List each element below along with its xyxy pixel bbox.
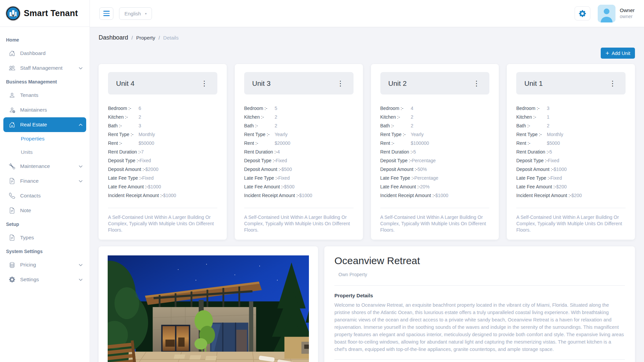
person-icon (9, 92, 15, 98)
sidebar-item-maintainers[interactable]: Maintainers (3, 103, 86, 117)
field-row: Late Fee Amount :-$1000 (108, 182, 217, 191)
field-value: 50% (418, 165, 427, 174)
gear-icon (9, 277, 15, 283)
gear-icon (579, 10, 586, 17)
field-row: Bath :-2 (380, 121, 490, 130)
avatar[interactable] (598, 5, 615, 22)
property-photo-card (99, 246, 318, 362)
sidebar-item-types[interactable]: Types (3, 230, 86, 245)
field-label: Bedroom :- (516, 104, 547, 113)
divider (108, 208, 217, 208)
field-label: Late Fee Amount :- (244, 182, 284, 191)
field-row: Deposit Type :-Fixed (516, 156, 626, 165)
breadcrumb-property[interactable]: Property (136, 35, 155, 41)
field-row: Rent Duration :-7 (108, 147, 217, 156)
sidebar-item-dashboard[interactable]: Dashboard (3, 46, 86, 61)
sidebar-item-tenants[interactable]: Tenants (3, 88, 86, 103)
field-label: Bath :- (380, 121, 411, 130)
property-detail-card: Oceanview Retreat Own Property Property … (324, 246, 635, 362)
field-row: Incident Receipt Amount :-$200 (516, 191, 626, 200)
content: Dashboard / Property / Details + Add Uni… (90, 27, 644, 362)
field-row: Rent :-$100000 (380, 139, 490, 147)
nav-section-setup: Setup (0, 218, 90, 230)
field-row: Rent Type :-Monthly (108, 130, 217, 139)
people-icon (9, 65, 15, 71)
field-row: Incident Receipt Amount :-$1000 (380, 191, 490, 200)
field-row: Late Fee Type :-Fixed (244, 174, 354, 182)
divider (380, 208, 490, 208)
field-label: Rent Duration :- (380, 147, 414, 156)
main-area: English ▾ Owner owner (90, 0, 644, 362)
kebab-menu-icon[interactable]: ⋮ (472, 79, 481, 87)
field-label: Rent Duration :- (244, 147, 277, 156)
field-label: Late Fee Amount :- (108, 182, 148, 191)
field-value: $500 (281, 165, 292, 174)
nav-section-business: Business Management (0, 75, 90, 88)
field-value: 20% (420, 182, 430, 191)
field-row: Rent :-$20000 (244, 139, 354, 147)
field-label: Incident Receipt Amount :- (380, 191, 435, 200)
field-row: Rent :-$50000 (108, 139, 217, 147)
hamburger-menu-button[interactable] (99, 7, 113, 20)
unit-card: Unit 3 ⋮ Bedroom :-5 Kitchen :-2 Bath :-… (235, 64, 363, 240)
sidebar-subitem-units[interactable]: Units (0, 145, 90, 159)
field-value: Monthly (139, 130, 155, 139)
kebab-menu-icon[interactable]: ⋮ (336, 79, 345, 87)
unit-card-header: Unit 3 ⋮ (244, 72, 354, 95)
kebab-menu-icon[interactable]: ⋮ (608, 79, 618, 87)
add-unit-button[interactable]: + Add Unit (601, 48, 635, 59)
unit-title: Unit 4 (116, 79, 135, 87)
field-row: Rent :-$5000 (516, 139, 626, 147)
avatar-person-icon (598, 5, 615, 22)
sidebar-item-maintenance[interactable]: Maintenance (3, 159, 86, 174)
sidebar-item-note[interactable]: Note (3, 203, 86, 218)
field-label: Deposit Type :- (380, 156, 412, 165)
field-value: $1000 (299, 191, 312, 200)
field-row: Rent Type :-Monthly (516, 130, 626, 139)
divider (334, 359, 625, 360)
sidebar-item-finance[interactable]: Finance (3, 174, 86, 188)
field-value: 4 (277, 147, 280, 156)
field-row: Rent Type :-Yearly (244, 130, 354, 139)
sidebar-item-label: Maintenance (20, 163, 50, 169)
chevron-down-icon (78, 164, 83, 169)
field-value: Fixed (550, 174, 562, 182)
field-label: Kitchen :- (380, 113, 411, 121)
unit-title: Unit 2 (388, 79, 407, 87)
sidebar-item-settings[interactable]: Settings (3, 272, 86, 287)
field-row: Bath :-2 (516, 121, 626, 130)
kebab-menu-icon[interactable]: ⋮ (200, 79, 209, 87)
nav-section-home: Home (0, 34, 90, 46)
sidebar-item-real-estate[interactable]: Real Estate (3, 117, 86, 132)
field-value: 2 (275, 113, 277, 121)
settings-gear-button[interactable] (575, 6, 590, 20)
sidebar-item-pricing[interactable]: Pricing (3, 257, 86, 272)
brand-logo: Smart Tenant (0, 0, 90, 27)
field-label: Late Fee Amount :- (516, 182, 556, 191)
field-value: 5 (275, 104, 277, 113)
field-value: Fixed (276, 156, 287, 165)
field-label: Rent Type :- (108, 130, 139, 139)
field-value: Fixed (548, 156, 559, 165)
field-value: 3 (139, 121, 141, 130)
language-select[interactable]: English ▾ (119, 7, 152, 20)
field-label: Rent Type :- (516, 130, 547, 139)
app-root: Smart Tenant Home Dashboard Staff Manage… (0, 0, 644, 362)
sidebar-subitem-properties[interactable]: Properties (0, 132, 90, 145)
sidebar-item-contacts[interactable]: Contacts (3, 188, 86, 203)
field-row: Late Fee Amount :-$500 (244, 182, 354, 191)
divider (244, 208, 354, 208)
sidebar-item-staff-management[interactable]: Staff Management (3, 61, 86, 75)
field-label: Bedroom :- (108, 104, 139, 113)
field-value: 4 (411, 104, 414, 113)
field-label: Bedroom :- (244, 104, 275, 113)
file-icon (9, 235, 15, 241)
field-label: Deposit Amount :- (244, 165, 281, 174)
field-label: Rent :- (244, 139, 275, 147)
chevron-down-icon (78, 66, 83, 70)
breadcrumb-dashboard[interactable]: Dashboard (99, 34, 128, 41)
field-row: Rent Duration :-5 (380, 147, 490, 156)
unit-description: A Self-Contained Unit Within A Larger Bu… (380, 214, 490, 234)
hamburger-icon (103, 11, 110, 12)
field-label: Deposit Type :- (244, 156, 276, 165)
